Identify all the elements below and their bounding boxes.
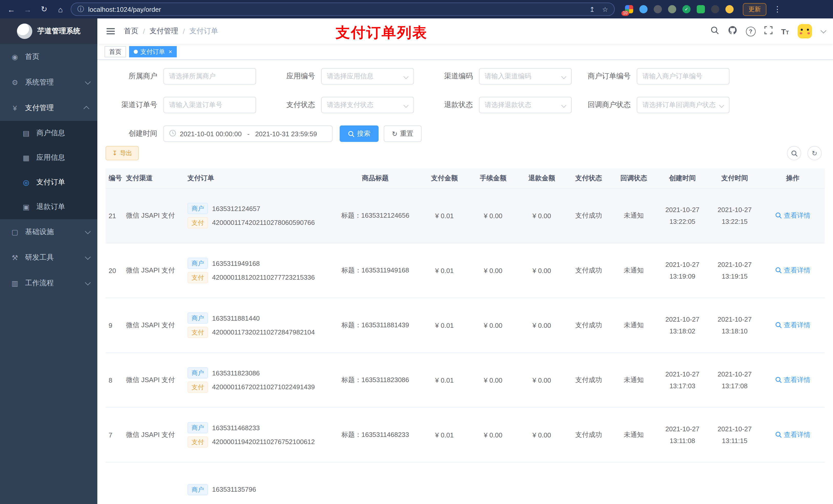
tab-close-icon[interactable]: × — [169, 48, 172, 55]
filter-select-channel-code[interactable]: 请输入渠道编码 — [479, 68, 572, 85]
sidebar-item-pay-order[interactable]: ◎支付订单 — [0, 170, 97, 195]
extension-icon[interactable] — [711, 5, 719, 13]
browser-update-button[interactable]: 更新 — [743, 3, 766, 16]
question-icon[interactable]: ? — [746, 26, 755, 36]
reset-button[interactable]: ↻ 重置 — [384, 125, 422, 142]
filter-label: 应用编号 — [263, 72, 321, 81]
date-range-separator: - — [245, 130, 252, 138]
browser-refresh-icon[interactable]: ↻ — [38, 5, 50, 14]
column-header: 支付渠道 — [123, 169, 185, 188]
tab-active-dot — [134, 50, 138, 54]
refresh-table-button[interactable]: ↻ — [807, 146, 822, 160]
extension-icon[interactable]: 10 — [625, 5, 633, 13]
merchant-tag: 商户 — [188, 258, 208, 269]
filter-select-pay-status[interactable]: 请选择支付状态 — [321, 97, 414, 113]
sidebar-item-refund-order[interactable]: ▣退款订单 — [0, 195, 97, 219]
sidebar-item-label: 商户信息 — [37, 128, 65, 138]
create-date: 2021-10-27 — [659, 313, 706, 325]
user-avatar[interactable] — [798, 24, 812, 39]
extension-icon[interactable]: ✓ — [682, 5, 691, 13]
sidebar-toggle-icon[interactable] — [105, 25, 116, 38]
browser-forward-icon[interactable]: → — [22, 5, 34, 14]
column-header: 创建时间 — [656, 169, 709, 188]
view-detail-link[interactable]: 查看详情 — [775, 430, 810, 439]
sidebar-item-label: 应用信息 — [37, 153, 65, 162]
sidebar-item-payment[interactable]: ¥支付管理 — [0, 95, 97, 121]
column-header: 支付金额 — [420, 169, 469, 188]
extension-icon[interactable] — [725, 5, 734, 13]
column-header: 退款金额 — [518, 169, 566, 188]
toggle-search-button[interactable] — [787, 146, 801, 160]
filter-select-notify-status[interactable]: 请选择订单回调商户状态 — [637, 97, 730, 113]
search-button[interactable]: 搜索 — [340, 125, 379, 142]
table-row: 7微信 JSAPI 支付商户1635311468233支付42000011942… — [105, 407, 825, 462]
card-icon: ▤ — [22, 129, 31, 137]
merchant-order-no: 1635311823086 — [212, 367, 260, 379]
browser-back-icon[interactable]: ← — [5, 5, 18, 14]
channel-pay-no: 4200001181202110277723215336 — [212, 271, 315, 284]
view-detail-link[interactable]: 查看详情 — [775, 266, 810, 275]
cell-order: 商户1635311823086支付42000011672021102710224… — [185, 353, 330, 407]
column-header: 操作 — [761, 169, 825, 188]
sidebar-item-merchant-info[interactable]: ▤商户信息 — [0, 121, 97, 145]
sidebar-item-home[interactable]: ◉首页 — [0, 44, 97, 70]
view-detail-link[interactable]: 查看详情 — [775, 376, 810, 385]
url-text: localhost:1024/pay/order — [88, 5, 161, 13]
filter-input-merchant[interactable]: 请选择所属商户 — [163, 68, 256, 85]
tab-item[interactable]: 支付订单× — [129, 46, 177, 57]
address-bar[interactable]: ⓘ localhost:1024/pay/order ↥ ☆ — [71, 3, 615, 16]
browser-menu-icon[interactable]: ⋮ — [774, 5, 781, 14]
cell-pay-time: 2021-10-2713:17:08 — [709, 353, 761, 407]
reset-button-label: 重置 — [400, 129, 413, 138]
channel-pay-no: 4200001173202110272847982104 — [212, 326, 315, 338]
search-icon[interactable] — [710, 26, 719, 37]
fullscreen-icon[interactable] — [764, 26, 772, 37]
cell-id: 20 — [105, 243, 123, 298]
sidebar-item-app-info[interactable]: ▦应用信息 — [0, 145, 97, 170]
cell-title: 标题：1635311881439 — [330, 298, 420, 353]
filter-select-refund-status[interactable]: 请选择退款状态 — [479, 97, 572, 113]
cell-order: 商户1635312124657支付42000011742021102780605… — [185, 188, 330, 243]
site-info-icon[interactable]: ⓘ — [77, 5, 84, 14]
extension-icon[interactable] — [697, 5, 705, 13]
sidebar-item-dev-tools[interactable]: ⚒研发工具 — [0, 245, 97, 270]
filter-select-app-no[interactable]: 请选择应用信息 — [321, 68, 414, 85]
export-button[interactable]: ↧ 导出 — [105, 146, 139, 160]
export-button-label: 导出 — [120, 149, 132, 158]
sidebar-item-infrastructure[interactable]: ▢基础设施 — [0, 219, 97, 245]
merchant-order-no: 1635311949168 — [212, 257, 260, 269]
filter-input-merchant-order-no[interactable]: 请输入商户订单编号 — [637, 68, 730, 85]
sidebar-item-system[interactable]: ⚙系统管理 — [0, 70, 97, 95]
cell-create-time: 2021-10-2713:22:05 — [656, 188, 709, 243]
filter-input-channel-order-no[interactable]: 请输入渠道订单号 — [163, 97, 256, 113]
filter-field-pay-status: 支付状态请选择支付状态 — [263, 97, 414, 113]
cell-notify-status: 未通知 — [611, 353, 656, 407]
table-row: 21微信 JSAPI 支付商户1635312124657支付4200001174… — [105, 188, 825, 243]
browser-home-icon[interactable]: ⌂ — [54, 5, 67, 14]
extension-icon[interactable] — [654, 5, 662, 13]
extension-icon[interactable] — [639, 5, 647, 13]
tab-label: 支付订单 — [140, 47, 165, 56]
cell-title: 标题：1635311949168 — [330, 243, 420, 298]
chevron-down-icon[interactable] — [821, 28, 827, 33]
chevron-down-icon — [85, 229, 91, 234]
create-time-range-input[interactable]: 2021-10-01 00:00:00 - 2021-10-31 23:59:5… — [163, 125, 332, 142]
sidebar-item-workflow[interactable]: ▥工作流程 — [0, 270, 97, 296]
view-detail-link[interactable]: 查看详情 — [775, 321, 810, 330]
view-detail-label: 查看详情 — [784, 430, 810, 439]
refresh-icon: ↻ — [392, 130, 398, 138]
tab-item[interactable]: 首页 — [104, 46, 126, 57]
filter-label: 所属商户 — [105, 72, 163, 81]
font-size-icon[interactable]: TT — [781, 27, 789, 35]
sidebar-item-label: 研发工具 — [25, 253, 54, 262]
share-icon[interactable]: ↥ — [589, 5, 595, 13]
chevron-down-icon — [85, 280, 91, 286]
merchant-tag: 商户 — [188, 367, 208, 379]
cell-id: 8 — [105, 353, 123, 407]
breadcrumb-item[interactable]: 支付管理 — [149, 27, 178, 36]
breadcrumb-item[interactable]: 首页 — [124, 27, 138, 36]
extension-icon[interactable] — [668, 5, 676, 13]
github-icon[interactable] — [728, 26, 737, 37]
bookmark-star-icon[interactable]: ☆ — [602, 5, 608, 13]
view-detail-link[interactable]: 查看详情 — [775, 211, 810, 220]
